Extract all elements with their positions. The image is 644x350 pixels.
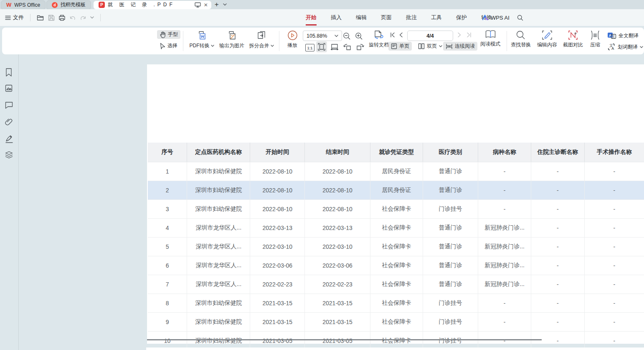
- rotate-right-button[interactable]: [355, 42, 366, 52]
- menu-tab-4[interactable]: 批注: [405, 12, 418, 23]
- play-button[interactable]: 播放: [283, 30, 302, 49]
- print-icon[interactable]: [58, 15, 66, 21]
- table-cell: 8: [148, 294, 187, 313]
- table-cell: -: [584, 181, 644, 200]
- record-table: 序号定点医药机构名称开始时间结束时间就诊凭证类型医疗类别病种名称住院主诊断名称手…: [148, 143, 644, 350]
- select-tool-button[interactable]: 选择: [157, 41, 180, 50]
- table-header-row: 序号定点医药机构名称开始时间结束时间就诊凭证类型医疗类别病种名称住院主诊断名称手…: [148, 143, 644, 162]
- compress-button[interactable]: 压缩: [586, 30, 604, 49]
- word-translate-button[interactable]: 文A 划词翻译: [605, 42, 644, 51]
- open-folder-icon[interactable]: [37, 15, 44, 21]
- screenshot-compare-button[interactable]: 截图对比: [560, 30, 586, 49]
- previous-page-button[interactable]: [399, 32, 403, 38]
- screenshot-compare-label: 截图对比: [563, 41, 583, 49]
- zoom-out-button[interactable]: [342, 31, 352, 41]
- tab-list-chevron-icon[interactable]: [223, 3, 227, 6]
- table-cell: -: [478, 181, 531, 200]
- full-text-translate-icon: A文: [607, 32, 616, 39]
- layers-icon[interactable]: [5, 151, 13, 159]
- single-page-icon: [391, 43, 397, 49]
- undo-redo-chevron-icon[interactable]: [90, 16, 94, 19]
- full-text-translate-button[interactable]: A文 全文翻译: [605, 31, 641, 40]
- zoom-in-button[interactable]: [354, 31, 364, 41]
- table-cell: 2022-03-10: [305, 238, 370, 256]
- tab-wps-office[interactable]: W WPS Office: [1, 0, 46, 10]
- single-page-label: 单页: [399, 43, 409, 50]
- save-icon[interactable]: [48, 15, 55, 21]
- table-cell: 深圳市妇幼保健院: [187, 162, 250, 181]
- menu-bar: 文件 开始插入编辑页面批注工具保护转换 WPS AI: [0, 9, 644, 26]
- menu-tab-3[interactable]: 页面: [380, 12, 393, 23]
- table-cell: 2: [148, 181, 187, 200]
- zoom-level-select[interactable]: 105.88%: [303, 31, 342, 41]
- table-row: 3深圳市妇幼保健院2022-08-102022-08-10社会保障卡门诊挂号--…: [148, 200, 644, 219]
- hand-icon: [160, 31, 166, 38]
- wps-logo-icon: W: [6, 2, 11, 8]
- new-tab-button[interactable]: +: [215, 0, 219, 9]
- pdf-file-icon: P: [99, 2, 105, 8]
- signature-pen-icon[interactable]: [5, 134, 14, 143]
- double-page-label: 双页: [427, 43, 437, 50]
- table-cell: 2021-03-15: [305, 313, 370, 332]
- actual-size-button[interactable]: 1:1: [304, 43, 316, 53]
- table-cell: 1: [148, 162, 187, 181]
- double-page-button[interactable]: 双页: [416, 42, 445, 51]
- reading-mode-button[interactable]: 阅读模式: [478, 29, 502, 48]
- chevron-down-icon: [640, 46, 643, 48]
- redo-icon[interactable]: [80, 15, 86, 20]
- svg-text:A: A: [611, 46, 614, 51]
- table-cell: 新冠肺炎门诊...: [478, 238, 531, 256]
- comment-icon[interactable]: [5, 101, 13, 109]
- divider: [183, 31, 183, 51]
- edit-content-button[interactable]: 编辑内容: [534, 30, 560, 49]
- table-cell: -: [584, 219, 644, 238]
- table-cell: 社会保障卡: [370, 313, 423, 332]
- thumbnail-icon[interactable]: [5, 84, 13, 92]
- wps-ai-button[interactable]: WPS AI: [482, 15, 510, 21]
- table-cell: 门诊挂号: [423, 200, 478, 219]
- page-indicator-value: 4/4: [426, 33, 434, 39]
- export-as-image-button[interactable]: 输出为图片: [217, 30, 247, 49]
- last-page-button[interactable]: [467, 32, 472, 38]
- tab-document[interactable]: P 就 医 记 录 .PDF ✕: [94, 1, 211, 9]
- menu-tab-0[interactable]: 开始: [305, 12, 317, 23]
- table-row: 1深圳市妇幼保健院2022-08-102022-08-10居民身份证普通门诊--…: [148, 162, 644, 181]
- file-menu-button[interactable]: 文件: [5, 14, 24, 21]
- tab-docer-templates[interactable]: d 找稻壳模板: [46, 0, 91, 10]
- continuous-reading-button[interactable]: 连续阅读: [443, 42, 477, 51]
- fit-width-button[interactable]: [329, 43, 340, 51]
- table-cell: -: [531, 181, 584, 200]
- attachment-icon[interactable]: [5, 118, 13, 126]
- hand-tool-button[interactable]: 手型: [157, 30, 180, 39]
- fit-page-button[interactable]: [316, 41, 327, 52]
- rotate-document-label: 旋转文档: [369, 41, 389, 49]
- table-cell: 新冠肺炎门诊...: [478, 256, 531, 275]
- first-page-button[interactable]: [390, 32, 395, 38]
- next-page-button[interactable]: [457, 32, 461, 38]
- horizontal-scrollbar[interactable]: [147, 339, 542, 340]
- ribbon-search-icon[interactable]: [517, 15, 523, 21]
- pdf-convert-button[interactable]: PDF转换: [188, 30, 216, 49]
- monitor-icon[interactable]: [195, 2, 201, 8]
- close-icon[interactable]: ✕: [204, 2, 208, 8]
- menu-tab-2[interactable]: 编辑: [355, 12, 368, 23]
- menu-tab-6[interactable]: 保护: [455, 12, 468, 23]
- table-cell: 门诊挂号: [423, 313, 478, 332]
- find-replace-button[interactable]: 查找替换: [508, 30, 533, 49]
- table-cell: 居民身份证: [370, 162, 423, 181]
- bookmark-icon[interactable]: [5, 68, 13, 77]
- double-page-icon: [418, 43, 425, 49]
- table-cell: 2021-03-15: [250, 313, 305, 332]
- undo-icon[interactable]: [69, 15, 76, 20]
- pdf-convert-label: PDF转换: [190, 42, 210, 49]
- page-indicator-input[interactable]: 4/4: [407, 31, 453, 41]
- split-merge-button[interactable]: 拆分合并: [248, 30, 275, 49]
- menu-tab-5[interactable]: 工具: [430, 12, 443, 23]
- table-cell: 2022-08-10: [305, 200, 370, 219]
- table-cell: 社会保障卡: [370, 256, 423, 275]
- rotate-left-button[interactable]: [342, 42, 353, 52]
- table-cell: 4: [148, 219, 187, 238]
- play-icon: [287, 30, 298, 41]
- single-page-button[interactable]: 单页: [388, 42, 412, 51]
- menu-tab-1[interactable]: 插入: [330, 12, 342, 23]
